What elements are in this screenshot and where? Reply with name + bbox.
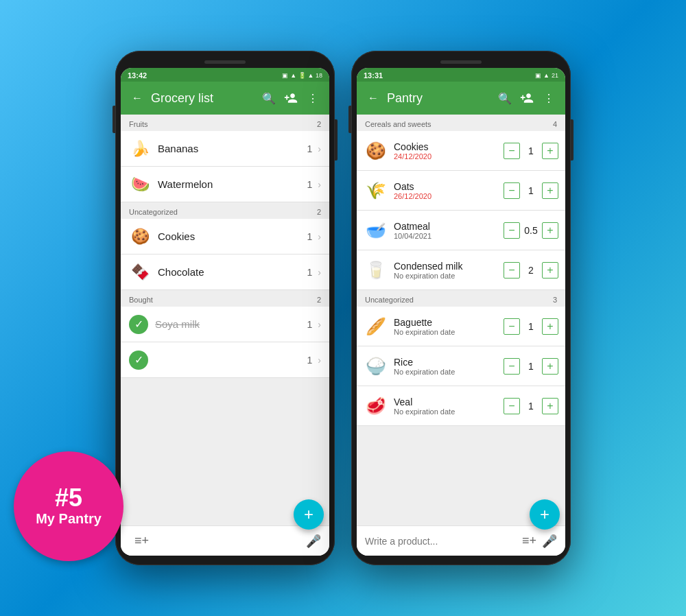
pantry-item[interactable]: 🥩 Veal No expiration date − 1 + [357, 386, 565, 426]
app-bar-grocery: ← Grocery list 🔍 ⋮ [121, 82, 329, 115]
pantry-item[interactable]: 🥛 Condensed milk No expiration date − 2 … [357, 250, 565, 290]
search-button-grocery[interactable]: 🔍 [261, 90, 277, 106]
rice-plus-btn[interactable]: + [542, 358, 558, 375]
pantry-item[interactable]: 🥣 Oatmeal 10/04/2021 − 0.5 + [357, 211, 565, 250]
pantry-title: Pantry [387, 91, 491, 106]
baguette-icon: 🥖 [364, 314, 388, 339]
status-bar-2: 13:31 ▣ ▲ 21 [357, 68, 565, 82]
back-button-pantry[interactable]: ← [365, 90, 381, 106]
cookies-count: 1 [307, 231, 313, 242]
pantry-item[interactable]: 🌾 Oats 26/12/2020 − 1 + [357, 171, 565, 211]
pantry-item[interactable]: 🍚 Rice No expiration date − 1 + [357, 346, 565, 386]
baguette-date: No expiration date [394, 328, 504, 336]
rice-date: No expiration date [394, 368, 504, 376]
check-icon: ✓ [129, 351, 148, 370]
condensed-milk-minus-btn[interactable]: − [504, 262, 520, 279]
oats-qty-value: 1 [523, 185, 539, 196]
check-icon: ✓ [129, 315, 148, 334]
badge-number: #5 [55, 486, 82, 510]
phone-speaker [204, 60, 246, 64]
pantry-item[interactable]: 🍪 Cookies 24/12/2020 − 1 + [357, 131, 565, 171]
cookies-minus-btn[interactable]: − [504, 143, 520, 159]
list-item[interactable]: ✓ 1 › [121, 342, 329, 378]
oats-plus-btn[interactable]: + [542, 182, 558, 199]
uncategorized-label: Uncategorized [129, 208, 178, 216]
wifi-icon-2: ▲ [543, 72, 549, 79]
list-item[interactable]: 🍪 Cookies 1 › [121, 219, 329, 254]
condensed-milk-qty-control: − 2 + [504, 262, 558, 279]
add-user-button-grocery[interactable] [283, 90, 299, 106]
fab-grocery[interactable]: + [294, 499, 324, 530]
menu-button-grocery[interactable]: ⋮ [305, 90, 321, 106]
condensed-milk-qty-value: 2 [523, 265, 539, 276]
oats-qty-control: − 1 + [504, 182, 558, 199]
phone-notch [121, 60, 329, 64]
condensed-milk-info: Condensed milk No expiration date [394, 261, 504, 280]
cereals-section-header: Cereals and sweets 4 [357, 115, 565, 131]
oats-info: Oats 26/12/2020 [394, 181, 504, 200]
oatmeal-minus-btn[interactable]: − [504, 222, 520, 239]
cookies-text: Cookies [158, 230, 307, 242]
soya-milk-text: Soya milk [155, 318, 307, 330]
list-item[interactable]: 🍫 Chocolate 1 › [121, 254, 329, 290]
search-button-pantry[interactable]: 🔍 [497, 90, 513, 106]
oats-name: Oats [394, 181, 504, 192]
promo-badge: #5 My Pantry [14, 451, 123, 561]
chocolate-text: Chocolate [158, 266, 307, 278]
cereals-count: 4 [553, 120, 557, 128]
condensed-milk-plus-btn[interactable]: + [542, 262, 558, 279]
status-icons-1: ▣ ▲ 🔋 ▲ 18 [282, 72, 322, 79]
bought-label: Bought [129, 296, 153, 304]
oats-date: 26/12/2020 [394, 192, 504, 200]
bananas-count: 1 [307, 143, 313, 154]
mic-icon[interactable]: 🎤 [306, 534, 321, 549]
fruits-label: Fruits [129, 120, 148, 128]
add-list-icon-pantry[interactable]: ≡+ [522, 534, 536, 548]
baguette-plus-btn[interactable]: + [542, 318, 558, 335]
status-icons-2: ▣ ▲ 21 [535, 72, 558, 79]
battery-icon: ▣ [282, 72, 288, 79]
back-button-grocery[interactable]: ← [129, 90, 145, 106]
add-user-button-pantry[interactable] [519, 90, 535, 106]
baguette-qty-control: − 1 + [504, 318, 558, 335]
veal-name: Veal [394, 396, 504, 407]
mic-icon-pantry[interactable]: 🎤 [542, 534, 557, 549]
fab-pantry[interactable]: + [530, 499, 560, 530]
status-time-2: 13:31 [364, 71, 383, 80]
add-product-input[interactable] [365, 536, 517, 547]
list-item[interactable]: 🍌 Bananas 1 › [121, 131, 329, 167]
condensed-milk-date: No expiration date [394, 272, 504, 280]
baguette-minus-btn[interactable]: − [504, 318, 520, 335]
chocolate-count: 1 [307, 267, 313, 278]
cookies-plus-btn[interactable]: + [542, 143, 558, 159]
rice-info: Rice No expiration date [394, 357, 504, 376]
oatmeal-qty-value: 0.5 [523, 225, 539, 236]
uncategorized-pantry-header: Uncategorized 3 [357, 290, 565, 307]
rice-minus-btn[interactable]: − [504, 358, 520, 375]
phone-grocery: 13:42 ▣ ▲ 🔋 ▲ 18 ← Grocery list 🔍 ⋮ [115, 51, 335, 565]
status-time-1: 13:42 [128, 71, 147, 80]
phone-speaker-2 [440, 60, 482, 64]
oatmeal-qty-control: − 0.5 + [504, 222, 558, 239]
cereals-label: Cereals and sweets [365, 120, 431, 128]
oatmeal-icon: 🥣 [364, 218, 388, 243]
veal-minus-btn[interactable]: − [504, 398, 520, 414]
soya-milk-count: 1 [307, 319, 313, 330]
app-bar-pantry: ← Pantry 🔍 ⋮ [357, 82, 565, 115]
oats-minus-btn[interactable]: − [504, 182, 520, 199]
baguette-info: Baguette No expiration date [394, 317, 504, 336]
watermelon-icon: 🍉 [129, 174, 151, 196]
badge-text: My Pantry [36, 510, 102, 527]
cookies-pantry-name: Cookies [394, 141, 504, 152]
list-item[interactable]: ✓ Soya milk 1 › [121, 307, 329, 342]
menu-button-pantry[interactable]: ⋮ [541, 90, 557, 106]
veal-icon: 🥩 [364, 394, 388, 418]
add-list-icon[interactable]: ≡+ [134, 534, 149, 548]
list-item[interactable]: 🍉 Watermelon 1 › [121, 167, 329, 202]
veal-plus-btn[interactable]: + [542, 398, 558, 414]
oatmeal-plus-btn[interactable]: + [542, 222, 558, 239]
pantry-item[interactable]: 🥖 Baguette No expiration date − 1 + [357, 307, 565, 346]
oatmeal-info: Oatmeal 10/04/2021 [394, 221, 504, 240]
bought-section-header: Bought 2 [121, 290, 329, 307]
phone-notch-2 [357, 60, 565, 64]
